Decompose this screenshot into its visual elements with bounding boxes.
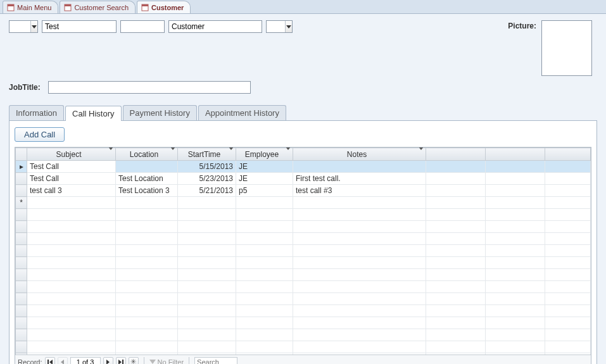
nav-first-button[interactable] [45,357,55,365]
nav-new-button[interactable]: ✳ [129,357,139,365]
cell-location[interactable]: Test Location 3 [116,185,178,197]
cell-notes[interactable]: First test call. [293,173,426,185]
nav-next-button[interactable] [103,357,113,365]
cell-starttime[interactable]: 5/21/2013 [178,185,236,197]
chevron-down-icon[interactable] [229,150,234,159]
cell-blank[interactable] [486,185,545,197]
cell-employee[interactable]: p5 [236,185,293,197]
picture-box[interactable] [541,20,592,76]
form-icon [7,4,15,11]
cell-blank[interactable] [545,173,591,185]
table-row-new[interactable]: * [16,197,591,209]
tab-payment-history[interactable]: Payment History [123,105,197,120]
col-blank[interactable] [426,148,486,161]
document-tab-strip: Main Menu Customer Search Customer [0,0,606,14]
col-blank[interactable] [545,148,591,161]
tab-call-history[interactable]: Call History [65,106,121,121]
cell-blank[interactable] [426,173,486,185]
row-selector[interactable] [16,173,27,185]
record-position-input[interactable] [70,357,101,365]
svg-rect-5 [142,4,148,6]
doc-tab-label: Customer [151,4,184,11]
cell-subject[interactable]: test call 3 [27,185,116,197]
add-call-button[interactable]: Add Call [15,127,65,142]
table-row-empty [16,281,591,293]
cell-subject[interactable]: Test Call [27,161,116,173]
row-selector[interactable]: ▸ [16,161,27,173]
cell-blank[interactable] [545,161,591,173]
cell-employee[interactable]: JE [236,161,293,173]
chevron-down-icon[interactable] [285,21,292,32]
cell-subject[interactable]: Test Call [27,173,116,185]
customer-form: Picture: JobTitle: Information Call Hist… [0,14,606,364]
cell-blank[interactable] [486,173,545,185]
svg-rect-3 [65,4,71,6]
detail-tabs: Information Call History Payment History… [9,105,597,120]
col-notes[interactable]: Notes [293,148,426,161]
call-history-panel: Add Call [9,120,597,364]
grid-search-input[interactable] [194,357,237,365]
suffix-input[interactable] [267,21,285,32]
row-selector-header[interactable] [16,148,27,161]
form-icon [64,4,72,11]
cell-notes[interactable]: test call #3 [293,185,426,197]
col-employee[interactable]: Employee [236,148,293,161]
middle-name-input[interactable] [121,21,164,32]
doc-tab-customer[interactable]: Customer [137,1,191,13]
suffix-combo[interactable] [266,20,293,33]
cell-notes[interactable] [293,161,426,173]
table-row-empty [16,257,591,269]
nav-prev-button[interactable] [58,357,68,365]
table-row-empty [16,329,591,341]
cell-blank[interactable] [486,161,545,173]
chevron-down-icon[interactable] [419,150,424,159]
table-row-empty [16,317,591,329]
row-selector[interactable] [16,185,27,197]
first-name-input[interactable] [42,21,116,32]
row-selector-new[interactable]: * [16,197,27,209]
col-starttime[interactable]: StartTime [178,148,236,161]
title-prefix-combo[interactable] [9,20,38,33]
doc-tab-label: Main Menu [17,4,51,11]
jobtitle-input[interactable] [49,82,250,93]
doc-tab-main-menu[interactable]: Main Menu [3,1,58,13]
name-fields [9,20,293,33]
filter-indicator[interactable]: No Filter [149,358,184,365]
col-location[interactable]: Location [116,148,178,161]
form-icon [141,4,149,11]
cell-blank[interactable] [426,185,486,197]
table-row[interactable]: ▸Test Call5/15/2013JE [16,161,591,173]
table-row[interactable]: test call 3Test Location 35/21/2013p5tes… [16,185,591,197]
record-navigator: Record: ✳ No Filter [15,355,591,364]
cell-blank[interactable] [426,161,486,173]
table-row-empty [16,221,591,233]
middle-name-field[interactable] [120,20,165,33]
cell-starttime[interactable]: 5/23/2013 [178,173,236,185]
svg-rect-1 [8,4,14,6]
nav-last-button[interactable] [116,357,126,365]
tab-appointment-history[interactable]: Appointment History [198,105,286,120]
chevron-down-icon[interactable] [108,150,113,159]
chevron-down-icon[interactable] [286,150,291,159]
last-name-field[interactable] [168,20,262,33]
cell-location[interactable] [116,161,178,173]
table-row-empty [16,305,591,317]
funnel-icon [149,360,156,364]
first-name-field[interactable] [42,20,117,33]
tab-information[interactable]: Information [9,105,64,120]
table-row-empty [16,293,591,305]
cell-location[interactable]: Test Location [116,173,178,185]
col-subject[interactable]: Subject [27,148,116,161]
chevron-down-icon[interactable] [170,150,175,159]
cell-blank[interactable] [545,185,591,197]
jobtitle-field[interactable] [48,81,251,94]
cell-starttime[interactable]: 5/15/2013 [178,161,236,173]
chevron-down-icon[interactable] [30,21,37,32]
table-row[interactable]: Test CallTest Location5/23/2013JEFirst t… [16,173,591,185]
jobtitle-label: JobTitle: [9,83,41,92]
doc-tab-customer-search[interactable]: Customer Search [60,1,136,13]
cell-employee[interactable]: JE [236,173,293,185]
col-blank[interactable] [486,148,545,161]
last-name-input[interactable] [169,21,262,32]
title-prefix-input[interactable] [9,21,30,32]
